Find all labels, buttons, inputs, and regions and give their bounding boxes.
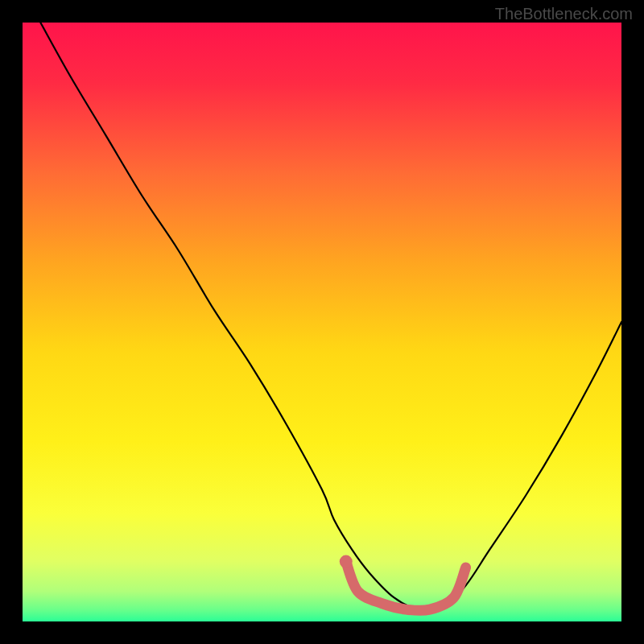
optimal-highlight: [346, 562, 466, 611]
chart-frame: TheBottleneck.com: [0, 0, 644, 644]
plot-area: [23, 23, 621, 621]
watermark-text: TheBottleneck.com: [495, 5, 633, 23]
highlight-layer: [23, 23, 621, 621]
optimal-start-dot: [340, 555, 353, 568]
